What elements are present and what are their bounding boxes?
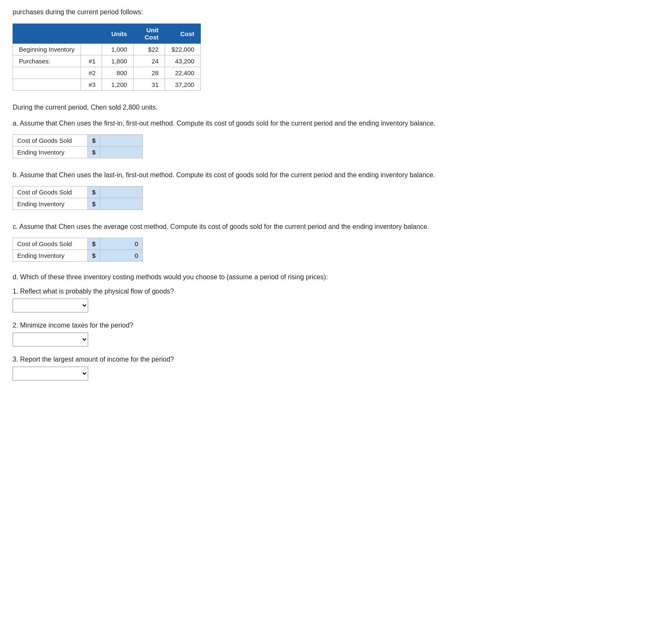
p1-sub: #1 (81, 55, 102, 67)
section-c-cogs-input[interactable] (105, 240, 138, 247)
section-b-ei-dollar: $ (88, 198, 100, 210)
p1-units: 1,800 (102, 55, 133, 67)
p2-label (13, 67, 81, 79)
section-a-cogs-label: Cost of Goods Sold (13, 135, 88, 147)
section-a-ei-row: Ending Inventory $ (13, 147, 143, 158)
p3-units: 1,200 (102, 79, 133, 91)
section-c-text: c. Assume that Chen uses the average cos… (13, 222, 659, 232)
inventory-table-main: Units UnitCost Cost Beginning Inventory … (13, 24, 201, 91)
section-c-table: Cost of Goods Sold $ Ending Inventory $ (13, 238, 143, 262)
section-a-cogs-input[interactable] (105, 137, 138, 144)
section-c-ei-row: Ending Inventory $ (13, 250, 143, 262)
p3-sub: #3 (81, 79, 102, 91)
p2-cost: 22,400 (165, 67, 200, 79)
section-a-ei-dollar: $ (88, 147, 100, 158)
section-b-ei-label: Ending Inventory (13, 198, 88, 210)
section-b-ei-input-cell[interactable] (100, 198, 143, 210)
question-1-text: 1. Reflect what is probably the physical… (13, 288, 659, 295)
section-c-ei-input-cell[interactable] (100, 250, 143, 262)
section-a-ei-input[interactable] (105, 149, 138, 156)
section-c-cogs-input-cell[interactable] (100, 238, 143, 250)
p2-sub: #2 (81, 67, 102, 79)
section-d-text: d. Which of these three inventory costin… (13, 273, 659, 281)
table-row-p3: #3 1,200 31 37,200 (13, 79, 201, 91)
question-2-container: FIFO LIFO Average Cost (13, 333, 659, 346)
th-units: Units (102, 24, 133, 44)
section-b-cogs-input-cell[interactable] (100, 186, 143, 198)
p2-units: 800 (102, 67, 133, 79)
section-b-ei-row: Ending Inventory $ (13, 198, 143, 210)
table-row-p1: Purchases: #1 1,800 24 43,200 (13, 55, 201, 67)
section-c-cogs-dollar: $ (88, 238, 100, 250)
section-c-ei-input[interactable] (105, 252, 138, 259)
section-c-ei-label: Ending Inventory (13, 250, 88, 262)
section-b-cogs-label: Cost of Goods Sold (13, 186, 88, 198)
beginning-units: 1,000 (102, 44, 133, 55)
section-b-table: Cost of Goods Sold $ Ending Inventory $ (13, 186, 143, 210)
beginning-cost: $22,000 (165, 44, 200, 55)
section-a-ei-label: Ending Inventory (13, 147, 88, 158)
beginning-sub (81, 44, 102, 55)
section-a-ei-input-cell[interactable] (100, 147, 143, 158)
section-a-text: a. Assume that Chen uses the first-in, f… (13, 118, 659, 129)
section-c-cogs-label: Cost of Goods Sold (13, 238, 88, 250)
section-b-cogs-input[interactable] (105, 189, 138, 196)
section-a-table: Cost of Goods Sold $ Ending Inventory $ (13, 134, 143, 158)
section-b-cogs-row: Cost of Goods Sold $ (13, 186, 143, 198)
question-1-container: FIFO LIFO Average Cost (13, 299, 659, 312)
th-empty (13, 24, 81, 44)
th-unit-cost: UnitCost (133, 24, 165, 44)
p3-unit-cost: 31 (133, 79, 165, 91)
question-1-select[interactable]: FIFO LIFO Average Cost (13, 299, 88, 312)
section-c-ei-dollar: $ (88, 250, 100, 262)
section-b-ei-input[interactable] (105, 200, 138, 207)
question-3-container: FIFO LIFO Average Cost (13, 367, 659, 380)
p1-cost: 43,200 (165, 55, 200, 67)
question-3-select[interactable]: FIFO LIFO Average Cost (13, 367, 88, 380)
table-row-p2: #2 800 28 22,400 (13, 67, 201, 79)
th-sub (81, 24, 102, 44)
purchases-main-label: Purchases: (13, 55, 81, 67)
section-a-cogs-input-cell[interactable] (100, 135, 143, 147)
p3-label (13, 79, 81, 91)
th-cost: Cost (165, 24, 200, 44)
table-row-beginning: Beginning Inventory 1,000 $22 $22,000 (13, 44, 201, 55)
intro-text: purchases during the current period foll… (13, 8, 659, 16)
section-c-cogs-row: Cost of Goods Sold $ (13, 238, 143, 250)
section-b-text: b. Assume that Chen uses the last-in, fi… (13, 170, 659, 180)
question-2-select[interactable]: FIFO LIFO Average Cost (13, 333, 88, 346)
section-b-cogs-dollar: $ (88, 186, 100, 198)
p2-unit-cost: 28 (133, 67, 165, 79)
question-2-text: 2. Minimize income taxes for the period? (13, 322, 659, 329)
section-a-cogs-dollar: $ (88, 135, 100, 147)
question-3-text: 3. Report the largest amount of income f… (13, 356, 659, 363)
beginning-label: Beginning Inventory (13, 44, 81, 55)
during-text: During the current period, Chen sold 2,8… (13, 102, 659, 113)
beginning-unit-cost: $22 (133, 44, 165, 55)
p3-cost: 37,200 (165, 79, 200, 91)
p1-unit-cost: 24 (133, 55, 165, 67)
section-a-cogs-row: Cost of Goods Sold $ (13, 135, 143, 147)
